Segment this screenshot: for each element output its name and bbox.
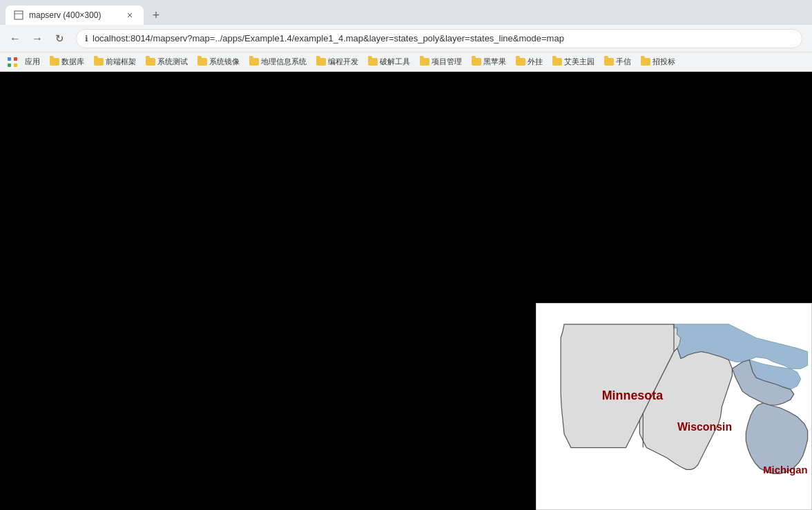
bookmark-label: 前端框架 xyxy=(106,57,136,67)
bookmark-crack[interactable]: 破解工具 xyxy=(364,55,414,68)
page-content: Minnesota Wisconsin Michigan xyxy=(0,72,812,510)
folder-icon xyxy=(472,58,481,66)
bookmark-apps[interactable]: 应用 xyxy=(21,55,44,68)
reload-button[interactable]: ↻ xyxy=(50,29,69,48)
folder-icon xyxy=(146,58,155,66)
address-text: localhost:8014/mapserv?map=../apps/Examp… xyxy=(93,33,564,43)
bookmark-label: 招投标 xyxy=(652,57,675,67)
bookmark-hackintosh[interactable]: 黑苹果 xyxy=(467,55,510,68)
folder-icon xyxy=(420,58,429,66)
new-tab-button[interactable]: + xyxy=(146,6,166,25)
bookmark-label: 手信 xyxy=(616,57,631,67)
bookmark-project[interactable]: 项目管理 xyxy=(416,55,466,68)
bookmark-frontend[interactable]: 前端框架 xyxy=(90,55,140,68)
active-tab[interactable]: mapserv (400×300) × xyxy=(6,6,144,25)
bookmark-shouxin[interactable]: 手信 xyxy=(600,55,635,68)
toolbar: ← → ↻ ℹ localhost:8014/mapserv?map=../ap… xyxy=(0,25,812,52)
folder-icon xyxy=(50,58,59,66)
tab-title: mapserv (400×300) xyxy=(29,10,119,20)
apps-grid-icon[interactable] xyxy=(6,55,19,69)
bookmark-aimei[interactable]: 艾美主园 xyxy=(548,55,599,68)
folder-icon xyxy=(316,58,326,66)
bookmark-label: 外挂 xyxy=(528,57,543,67)
tab-bar: mapserv (400×300) × + xyxy=(0,0,812,25)
bookmark-label: 项目管理 xyxy=(432,57,462,67)
tab-close-button[interactable]: × xyxy=(124,10,135,21)
map-container: Minnesota Wisconsin Michigan xyxy=(536,303,812,510)
folder-icon xyxy=(197,58,207,66)
bookmarks-bar: 应用 数据库 前端框架 系统测试 系统镜像 地理信息系统 编程开发 xyxy=(0,52,812,72)
address-lock-icon: ℹ xyxy=(85,34,88,43)
bookmark-gis[interactable]: 地理信息系统 xyxy=(245,55,311,68)
svg-rect-2 xyxy=(8,57,11,61)
folder-icon xyxy=(604,58,614,66)
back-button[interactable]: ← xyxy=(6,29,25,48)
bookmark-label: 数据库 xyxy=(61,57,84,67)
folder-icon xyxy=(94,58,104,66)
bookmark-waigua[interactable]: 外挂 xyxy=(512,55,547,68)
bookmark-label: 黑苹果 xyxy=(483,57,506,67)
map-svg: Minnesota Wisconsin Michigan xyxy=(536,304,811,509)
bookmark-label: 编程开发 xyxy=(328,57,358,67)
bookmark-label: 地理信息系统 xyxy=(261,57,307,67)
folder-icon xyxy=(552,58,562,66)
bookmark-test[interactable]: 系统测试 xyxy=(142,55,192,68)
folder-icon xyxy=(249,58,259,66)
michigan-label: Michigan xyxy=(763,464,808,475)
apps-label: 应用 xyxy=(25,57,40,67)
folder-icon xyxy=(368,58,378,66)
svg-rect-4 xyxy=(8,63,11,67)
bookmark-label: 破解工具 xyxy=(380,57,410,67)
folder-icon xyxy=(641,58,650,66)
bookmark-label: 艾美主园 xyxy=(564,57,594,67)
bookmark-images[interactable]: 系统镜像 xyxy=(193,55,244,68)
bookmark-label: 系统测试 xyxy=(157,57,188,67)
svg-rect-3 xyxy=(14,57,17,61)
bookmark-label: 系统镜像 xyxy=(209,57,240,67)
minnesota-label: Minnesota xyxy=(602,389,664,402)
folder-icon xyxy=(516,58,525,66)
svg-rect-5 xyxy=(14,63,17,67)
bookmark-bid[interactable]: 招投标 xyxy=(637,55,679,68)
browser-window: mapserv (400×300) × + ← → ↻ ℹ localhost:… xyxy=(0,0,812,510)
tab-favicon xyxy=(14,10,23,20)
address-bar[interactable]: ℹ localhost:8014/mapserv?map=../apps/Exa… xyxy=(76,29,802,48)
bookmark-database[interactable]: 数据库 xyxy=(46,55,88,68)
bookmark-dev[interactable]: 编程开发 xyxy=(312,55,362,68)
svg-rect-0 xyxy=(14,11,23,19)
wisconsin-label: Wisconsin xyxy=(677,421,732,433)
forward-button[interactable]: → xyxy=(28,29,47,48)
